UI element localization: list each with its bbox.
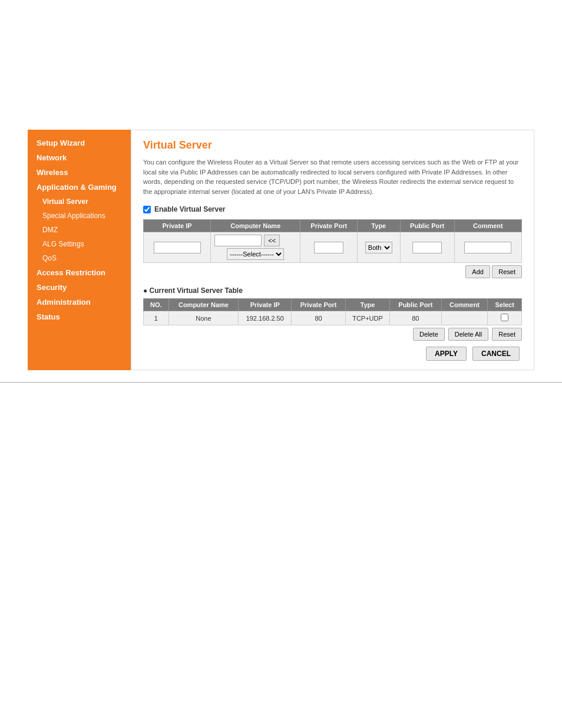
col-public-port-2: Public Port bbox=[390, 299, 441, 311]
sidebar-item-application-gaming[interactable]: Application & Gaming bbox=[28, 180, 131, 195]
col-type: Type bbox=[358, 220, 400, 232]
delete-row: Delete Delete All Reset bbox=[143, 328, 522, 341]
type-select[interactable]: Both TCP UDP bbox=[365, 242, 392, 253]
delete-all-button[interactable]: Delete All bbox=[448, 328, 488, 341]
sidebar-item-qos[interactable]: QoS bbox=[28, 251, 131, 265]
row-private-port: 80 bbox=[292, 311, 346, 325]
col-private-ip-2: Private IP bbox=[239, 299, 292, 311]
sidebar-item-administration[interactable]: Administration bbox=[28, 295, 131, 309]
sidebar-item-special-applications[interactable]: Special Applications bbox=[28, 209, 131, 223]
enable-row: Enable Virtual Server bbox=[143, 205, 522, 213]
row-no: 1 bbox=[144, 311, 169, 325]
enable-virtual-server-checkbox[interactable] bbox=[143, 206, 151, 213]
col-private-port: Private Port bbox=[300, 220, 358, 232]
comment-input[interactable] bbox=[464, 242, 511, 253]
col-type-2: Type bbox=[345, 299, 389, 311]
computer-name-cell: << ------Select------ bbox=[211, 232, 300, 263]
col-computer-name-2: Computer Name bbox=[168, 299, 239, 311]
row-select-checkbox[interactable] bbox=[501, 314, 508, 321]
description: You can configure the Wireless Router as… bbox=[143, 157, 522, 196]
sidebar-item-access-restriction[interactable]: Access Restriction bbox=[28, 265, 131, 280]
bottom-divider bbox=[0, 382, 562, 383]
computer-name-input[interactable] bbox=[214, 235, 262, 246]
private-port-input[interactable] bbox=[314, 242, 343, 253]
current-virtual-server-table: NO. Computer Name Private IP Private Por… bbox=[143, 298, 522, 325]
add-reset-row: Add Reset bbox=[143, 265, 522, 278]
private-ip-input[interactable] bbox=[154, 242, 201, 253]
col-comment: Comment bbox=[454, 220, 521, 232]
cancel-button[interactable]: CANCEL bbox=[472, 347, 520, 361]
apply-button[interactable]: APPLY bbox=[426, 347, 467, 361]
add-button[interactable]: Add bbox=[465, 265, 490, 278]
public-port-input[interactable] bbox=[412, 242, 442, 253]
table-row: 1 None 192.168.2.50 80 TCP+UDP 80 bbox=[144, 311, 522, 325]
input-row: << ------Select------ bbox=[144, 232, 522, 263]
reset-button-1[interactable]: Reset bbox=[492, 265, 522, 278]
row-comment bbox=[441, 311, 488, 325]
reset-button-2[interactable]: Reset bbox=[492, 328, 522, 341]
input-table: Private IP Computer Name Private Port Ty… bbox=[143, 219, 522, 263]
computer-name-select[interactable]: ------Select------ bbox=[227, 248, 284, 260]
type-cell: Both TCP UDP bbox=[358, 232, 400, 263]
sidebar-item-setup-wizard[interactable]: Setup Wizard bbox=[28, 136, 131, 150]
sidebar-item-dmz[interactable]: DMZ bbox=[28, 223, 131, 237]
cc-button[interactable]: << bbox=[264, 235, 280, 246]
enable-label: Enable Virtual Server bbox=[154, 205, 226, 213]
sidebar-item-network[interactable]: Network bbox=[28, 150, 131, 165]
sidebar-item-wireless[interactable]: Wireless bbox=[28, 165, 131, 180]
col-no: NO. bbox=[144, 299, 169, 311]
sidebar: Setup Wizard Network Wireless Applicatio… bbox=[28, 130, 131, 370]
col-computer-name: Computer Name bbox=[211, 220, 300, 232]
col-private-ip: Private IP bbox=[144, 220, 211, 232]
sidebar-item-security[interactable]: Security bbox=[28, 280, 131, 295]
col-comment-2: Comment bbox=[441, 299, 488, 311]
row-public-port: 80 bbox=[390, 311, 441, 325]
row-computer-name: None bbox=[168, 311, 239, 325]
row-private-ip: 192.168.2.50 bbox=[239, 311, 292, 325]
private-port-cell bbox=[300, 232, 358, 263]
sidebar-item-status[interactable]: Status bbox=[28, 309, 131, 324]
delete-button[interactable]: Delete bbox=[413, 328, 445, 341]
bottom-buttons: APPLY CANCEL bbox=[143, 347, 522, 361]
row-select-cell bbox=[488, 311, 522, 325]
comment-cell bbox=[454, 232, 521, 263]
col-public-port: Public Port bbox=[400, 220, 454, 232]
public-port-cell bbox=[400, 232, 454, 263]
content-area: Virtual Server You can configure the Wir… bbox=[131, 130, 534, 370]
private-ip-cell bbox=[144, 232, 211, 263]
sidebar-item-alg-settings[interactable]: ALG Settings bbox=[28, 237, 131, 251]
col-select: Select bbox=[488, 299, 522, 311]
page-title: Virtual Server bbox=[143, 139, 522, 151]
current-table-title: ● Current Virtual Server Table bbox=[143, 286, 522, 295]
sidebar-item-virtual-server[interactable]: Virtual Server bbox=[28, 195, 131, 209]
col-private-port-2: Private Port bbox=[292, 299, 346, 311]
row-type: TCP+UDP bbox=[345, 311, 389, 325]
